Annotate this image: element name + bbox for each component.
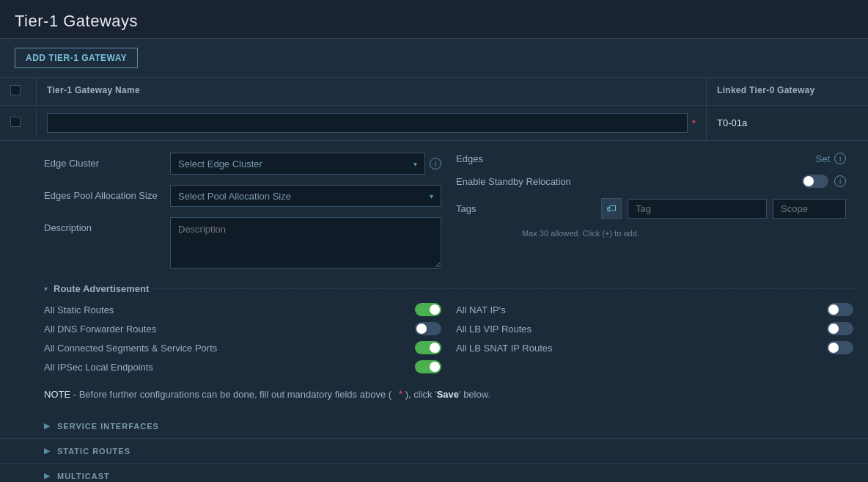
all-connected-segments-toggle[interactable]	[415, 341, 441, 354]
route-advertisement-label: Route Advertisement	[54, 283, 149, 294]
route-advertisement-header[interactable]: ▾ Route Advertisement	[44, 283, 853, 294]
edges-info-icon[interactable]: i	[834, 153, 846, 164]
accordion-chevron-icon: ▶	[44, 446, 50, 456]
route-item: All IPSec Local Endpoints	[44, 360, 441, 373]
enable-standby-label: Enable Standby Relocation	[456, 176, 795, 187]
note-dash: -	[70, 389, 79, 400]
all-nat-ip-toggle[interactable]	[827, 303, 853, 316]
edge-cluster-info-icon[interactable]: i	[430, 158, 441, 169]
edges-pool-control: Select Pool Allocation Size ▾	[170, 185, 441, 207]
tags-hint: Max 30 allowed. Click (+) to add.	[522, 229, 639, 238]
scope-input[interactable]	[773, 199, 846, 219]
toggle-thumb	[430, 362, 440, 372]
add-tier1-gateway-button[interactable]: ADD TIER-1 GATEWAY	[15, 48, 138, 68]
all-ipsec-local-toggle[interactable]	[415, 360, 441, 373]
toggle-track	[802, 175, 828, 188]
edges-label: Edges	[456, 153, 808, 164]
tags-input-row: 🏷	[601, 198, 846, 219]
accordion-service-interfaces[interactable]: ▶ SERVICE INTERFACES	[0, 414, 868, 439]
tag-input[interactable]	[628, 199, 767, 219]
note-text2: ), click '	[402, 389, 437, 400]
route-chevron-icon: ▾	[44, 285, 48, 293]
route-item: All LB SNAT IP Routes	[456, 341, 853, 354]
accordion-multicast[interactable]: ▶ MULTICAST	[0, 464, 868, 482]
standby-info-icon[interactable]: i	[834, 175, 846, 187]
edge-cluster-label: Edge Cluster	[44, 153, 161, 169]
col-gateway-name: Tier-1 Gateway Name	[37, 78, 707, 105]
row-summary: T1-172.10.1 * T0-01a	[0, 106, 868, 141]
note-text3: ' below.	[459, 389, 490, 400]
chevron-down-icon: ▾	[430, 192, 433, 200]
route-item-label: All NAT IP's	[456, 304, 820, 315]
route-item-label: All DNS Forwarder Routes	[44, 324, 408, 335]
route-item-label: All LB SNAT IP Routes	[456, 343, 820, 354]
route-right-col: All NAT IP's All LB VIP Routes	[456, 303, 853, 379]
gateway-name-input[interactable]: T1-172.10.1	[47, 113, 688, 133]
edges-pool-label: Edges Pool Allocation Size	[44, 185, 161, 201]
accordion-static-routes-label: STATIC ROUTES	[57, 447, 130, 456]
accordion-multicast-label: MULTICAST	[57, 472, 110, 481]
enable-standby-row: Enable Standby Relocation i	[456, 175, 846, 188]
route-item-label: All Static Routes	[44, 304, 408, 315]
accordion-chevron-icon: ▶	[44, 471, 50, 481]
route-item: All LB VIP Routes	[456, 322, 853, 335]
edges-pool-select[interactable]: Select Pool Allocation Size ▾	[170, 185, 441, 207]
edges-pool-placeholder: Select Pool Allocation Size	[178, 191, 291, 202]
tags-row-outer: Tags 🏷 Max 30 allowed. Click (+) to add.	[456, 198, 846, 238]
accordion-static-routes[interactable]: ▶ STATIC ROUTES	[0, 439, 868, 464]
all-lb-snat-toggle[interactable]	[827, 341, 853, 354]
toggle-thumb	[416, 324, 427, 334]
route-item-label: All Connected Segments & Service Ports	[44, 343, 408, 354]
tag-icon[interactable]: 🏷	[601, 198, 622, 219]
header-checkbox[interactable]	[10, 85, 21, 95]
route-item-label: All IPSec Local Endpoints	[44, 362, 408, 373]
route-divider	[155, 288, 853, 289]
toggle-thumb	[430, 304, 440, 315]
edges-pool-row: Edges Pool Allocation Size Select Pool A…	[44, 185, 441, 207]
route-item-label: All LB VIP Routes	[456, 324, 820, 335]
expanded-gateway-row: T1-172.10.1 * T0-01a Edge Cluster Select…	[0, 106, 868, 482]
toggle-track	[827, 303, 853, 316]
accordion-service-interfaces-label: SERVICE INTERFACES	[57, 422, 159, 431]
note-section: NOTE - Before further configurations can…	[44, 387, 853, 402]
toggle-thumb	[828, 324, 839, 334]
edges-row: Edges Set i	[456, 153, 846, 164]
form-grid: Edge Cluster Select Edge Cluster ▾ i Edg	[44, 153, 853, 279]
route-item: All Connected Segments & Service Ports	[44, 341, 441, 354]
route-item: All DNS Forwarder Routes	[44, 322, 441, 335]
form-left: Edge Cluster Select Edge Cluster ▾ i Edg	[44, 153, 449, 279]
edge-cluster-control: Select Edge Cluster ▾ i	[170, 153, 441, 175]
col-linked-gateway: Linked Tier-0 Gateway	[707, 78, 868, 105]
toggle-thumb	[828, 343, 839, 353]
toggle-track	[415, 360, 441, 373]
row-checkbox-cell	[0, 109, 37, 136]
edge-cluster-select[interactable]: Select Edge Cluster ▾	[170, 153, 425, 175]
row-checkbox[interactable]	[10, 117, 21, 127]
note-text: Before further configurations can be don…	[79, 389, 394, 400]
chevron-down-icon: ▾	[413, 160, 417, 168]
route-item: All Static Routes	[44, 303, 441, 316]
toggle-track	[827, 322, 853, 335]
page-header: Tier-1 Gateways	[0, 0, 868, 39]
edge-cluster-row: Edge Cluster Select Edge Cluster ▾ i	[44, 153, 441, 175]
enable-standby-toggle-wrap: i	[802, 175, 846, 188]
all-static-routes-toggle[interactable]	[415, 303, 441, 316]
route-grid: All Static Routes All DNS Forwarder Rout…	[44, 303, 853, 379]
description-row: Description	[44, 217, 441, 269]
row-linked-cell: T0-01a	[707, 110, 868, 136]
edges-value[interactable]: Set	[815, 153, 830, 164]
col-checkbox	[0, 78, 37, 105]
toggle-thumb	[430, 343, 440, 353]
description-textarea[interactable]	[170, 217, 441, 269]
description-control	[170, 217, 441, 269]
description-label: Description	[44, 217, 161, 233]
enable-standby-toggle[interactable]	[802, 175, 828, 188]
detail-panel: Edge Cluster Select Edge Cluster ▾ i Edg	[0, 141, 868, 414]
table-header: Tier-1 Gateway Name Linked Tier-0 Gatewa…	[0, 78, 868, 106]
note-prefix: NOTE	[44, 389, 70, 400]
toolbar: ADD TIER-1 GATEWAY	[0, 39, 868, 78]
toggle-track	[415, 303, 441, 316]
route-advertisement-section: ▾ Route Advertisement All Static Routes	[44, 283, 853, 379]
all-dns-forwarder-routes-toggle[interactable]	[415, 322, 441, 335]
all-lb-vip-toggle[interactable]	[827, 322, 853, 335]
